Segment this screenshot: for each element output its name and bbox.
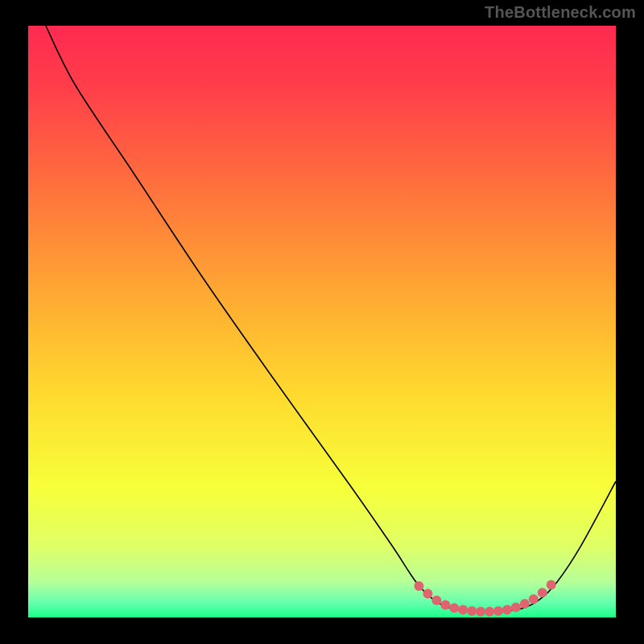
optimal-point-marker [449, 603, 459, 613]
optimal-point-marker [511, 603, 521, 613]
watermark-text: TheBottleneck.com [485, 3, 636, 22]
optimal-point-marker [476, 607, 485, 617]
optimal-point-marker [502, 605, 512, 614]
chart-frame: TheBottleneck.com [0, 0, 644, 644]
gradient-background [28, 26, 616, 617]
optimal-point-marker [485, 607, 494, 617]
optimal-point-marker [414, 581, 423, 591]
optimal-point-marker [431, 596, 441, 605]
optimal-point-marker [493, 606, 503, 616]
optimal-point-marker [529, 594, 539, 604]
plot-area [28, 26, 616, 617]
optimal-point-marker [520, 599, 530, 609]
optimal-point-marker [467, 606, 477, 616]
optimal-point-marker [538, 588, 547, 597]
optimal-point-marker [440, 601, 450, 610]
optimal-point-marker [458, 605, 468, 614]
bottleneck-chart [28, 26, 616, 617]
optimal-point-marker [423, 589, 432, 599]
optimal-point-marker [547, 580, 556, 590]
